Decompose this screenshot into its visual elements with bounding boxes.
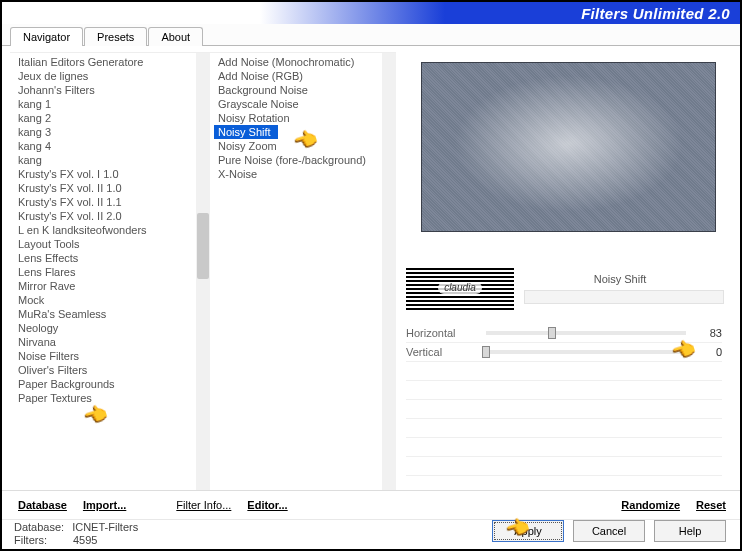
filter-list-container: Add Noise (Monochromatic)Add Noise (RGB)…: [210, 52, 396, 490]
btn-editor[interactable]: Editor...: [241, 497, 293, 513]
tab-presets[interactable]: Presets: [84, 27, 147, 46]
category-item[interactable]: kang: [16, 153, 210, 167]
category-item[interactable]: MuRa's Seamless: [16, 307, 210, 321]
category-item[interactable]: Paper Textures: [16, 391, 210, 405]
category-list-container: Italian Editors GeneratoreJeux de lignes…: [10, 52, 210, 490]
filter-item[interactable]: Noisy Rotation: [216, 111, 396, 125]
category-item[interactable]: Layout Tools: [16, 237, 210, 251]
filter-item[interactable]: X-Noise: [216, 167, 396, 181]
category-item[interactable]: kang 1: [16, 97, 210, 111]
category-item[interactable]: kang 3: [16, 125, 210, 139]
btn-import[interactable]: Import...: [77, 497, 132, 513]
category-item[interactable]: kang 2: [16, 111, 210, 125]
tab-about[interactable]: About: [148, 27, 203, 46]
category-item[interactable]: Krusty's FX vol. II 1.0: [16, 181, 210, 195]
filter-scrollbar[interactable]: [382, 53, 396, 490]
status-filters-value: 4595: [73, 534, 97, 546]
category-item[interactable]: Johann's Filters: [16, 83, 210, 97]
status-filters-label: Filters:: [14, 534, 47, 546]
category-item[interactable]: Krusty's FX vol. II 1.1: [16, 195, 210, 209]
category-item[interactable]: Krusty's FX vol. II 2.0: [16, 209, 210, 223]
category-item[interactable]: Nirvana: [16, 335, 210, 349]
filter-item[interactable]: Noisy Shift: [214, 125, 278, 139]
status-database-label: Database:: [14, 521, 64, 533]
category-item[interactable]: Oliver's Filters: [16, 363, 210, 377]
slider-vertical[interactable]: [486, 350, 686, 354]
category-item[interactable]: Italian Editors Generatore: [16, 55, 210, 69]
param-vertical-value: 0: [696, 346, 722, 358]
category-item[interactable]: Krusty's FX vol. I 1.0: [16, 167, 210, 181]
parameters: Horizontal 83 Vertical 0: [406, 324, 722, 476]
apply-button[interactable]: Apply: [492, 520, 564, 542]
titlebar: Filters Unlimited 2.0: [2, 2, 740, 24]
filter-item[interactable]: Grayscale Noise: [216, 97, 396, 111]
filter-item[interactable]: Pure Noise (fore-/background): [216, 153, 396, 167]
param-horizontal: Horizontal 83: [406, 324, 722, 343]
btn-reset[interactable]: Reset: [690, 497, 732, 513]
category-item[interactable]: kang 4: [16, 139, 210, 153]
tabs-row: Navigator Presets About: [2, 24, 740, 46]
author-stamp: claudia: [406, 266, 514, 310]
help-button[interactable]: Help: [654, 520, 726, 542]
filter-item[interactable]: Noisy Zoom: [216, 139, 396, 153]
filter-item[interactable]: Add Noise (Monochromatic): [216, 55, 396, 69]
btn-database[interactable]: Database: [12, 497, 73, 513]
category-item[interactable]: Lens Effects: [16, 251, 210, 265]
current-filter-name: Noisy Shift: [514, 273, 726, 285]
filter-item[interactable]: Add Noise (RGB): [216, 69, 396, 83]
effect-preview: [421, 62, 716, 232]
category-item[interactable]: Noise Filters: [16, 349, 210, 363]
filter-item[interactable]: Background Noise: [216, 83, 396, 97]
category-item[interactable]: Paper Backgrounds: [16, 377, 210, 391]
btn-randomize[interactable]: Randomize: [615, 497, 686, 513]
btn-filter-info[interactable]: Filter Info...: [170, 497, 237, 513]
category-item[interactable]: Jeux de lignes: [16, 69, 210, 83]
category-scrollbar-thumb[interactable]: [197, 213, 209, 279]
status-database-value: ICNET-Filters: [72, 521, 138, 533]
category-item[interactable]: Mirror Rave: [16, 279, 210, 293]
tab-navigator[interactable]: Navigator: [10, 27, 83, 46]
category-item[interactable]: Neology: [16, 321, 210, 335]
cancel-button[interactable]: Cancel: [573, 520, 645, 542]
category-item[interactable]: Lens Flares: [16, 265, 210, 279]
author-badge: claudia: [438, 282, 482, 294]
filter-name-bar: [524, 290, 724, 304]
category-scrollbar[interactable]: [196, 53, 210, 490]
slider-horizontal[interactable]: [486, 331, 686, 335]
app-title: Filters Unlimited 2.0: [581, 5, 730, 22]
slider-vertical-thumb[interactable]: [482, 346, 490, 358]
category-item[interactable]: L en K landksiteofwonders: [16, 223, 210, 237]
param-horizontal-value: 83: [696, 327, 722, 339]
toolbar-row: Database Import... Filter Info... Editor…: [2, 490, 740, 519]
slider-horizontal-thumb[interactable]: [548, 327, 556, 339]
category-item[interactable]: Mock: [16, 293, 210, 307]
param-vertical: Vertical 0: [406, 343, 722, 362]
